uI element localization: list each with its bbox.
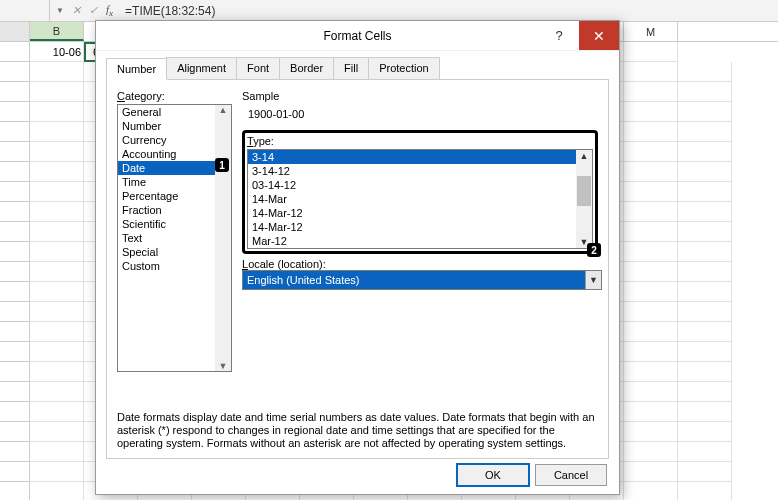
row-header[interactable] [0,122,30,142]
enter-formula-icon[interactable]: ✓ [89,4,98,17]
cell[interactable] [624,82,678,102]
cell[interactable] [30,382,84,402]
cell[interactable] [624,102,678,122]
scroll-thumb[interactable] [577,176,591,206]
cell[interactable] [624,62,678,82]
cell[interactable] [30,422,84,442]
ok-button[interactable]: OK [457,464,529,486]
dropdown-icon[interactable]: ▼ [56,6,64,15]
row-header[interactable] [0,102,30,122]
cancel-formula-icon[interactable]: ✕ [72,4,81,17]
locale-select[interactable]: English (United States) ▼ [242,270,602,290]
cell[interactable] [624,222,678,242]
type-listbox[interactable]: 3-143-14-1203-14-1214-Mar14-Mar-1214-Mar… [247,149,593,249]
cell[interactable] [624,282,678,302]
cell[interactable] [624,342,678,362]
cell[interactable] [30,262,84,282]
row-header[interactable] [0,322,30,342]
type-item[interactable]: 14-Mar-12 [248,206,592,220]
cell[interactable] [678,182,732,202]
cell[interactable] [30,162,84,182]
row-header[interactable] [0,202,30,222]
cell[interactable] [30,222,84,242]
scrollbar[interactable]: ▲ ▼ [576,150,592,248]
col-header-b[interactable]: B [30,22,84,41]
row-header[interactable] [0,462,30,482]
cell[interactable] [30,462,84,482]
cell[interactable]: 10-06 [30,42,84,62]
cell[interactable] [30,402,84,422]
type-item[interactable]: 3-14-12 [248,164,592,178]
cell[interactable] [678,62,732,82]
cell[interactable] [30,122,84,142]
cell[interactable] [624,262,678,282]
row-header[interactable] [0,262,30,282]
row-header[interactable] [0,382,30,402]
row-header[interactable] [0,422,30,442]
cell[interactable] [678,162,732,182]
row-header[interactable] [0,142,30,162]
cell[interactable] [624,182,678,202]
row-header[interactable] [0,342,30,362]
cell[interactable] [30,442,84,462]
cell[interactable] [678,422,732,442]
cell[interactable] [678,362,732,382]
cell[interactable] [624,422,678,442]
cell[interactable] [30,62,84,82]
cell[interactable] [678,222,732,242]
cell[interactable] [624,402,678,422]
row-header[interactable] [0,282,30,302]
cell[interactable] [678,202,732,222]
row-header[interactable] [0,302,30,322]
cell[interactable] [678,402,732,422]
cell[interactable] [30,342,84,362]
cell[interactable] [678,302,732,322]
cell[interactable] [678,442,732,462]
cell[interactable] [624,322,678,342]
tab-font[interactable]: Font [236,57,280,79]
scroll-down-icon[interactable]: ▼ [219,361,228,371]
row-header[interactable] [0,82,30,102]
cell[interactable] [30,242,84,262]
cell[interactable] [30,362,84,382]
cell[interactable] [624,302,678,322]
formula-input[interactable]: =TIME(18:32:54) [119,4,778,18]
tab-border[interactable]: Border [279,57,334,79]
cell[interactable] [624,42,678,62]
tab-number[interactable]: Number [106,58,167,80]
cell[interactable] [30,182,84,202]
cell[interactable] [678,282,732,302]
dropdown-icon[interactable]: ▼ [585,271,601,289]
cell[interactable] [624,382,678,402]
row-header[interactable] [0,222,30,242]
cell[interactable] [678,262,732,282]
cell[interactable] [678,142,732,162]
fx-icon[interactable]: fx [106,3,113,18]
scrollbar[interactable]: ▲▼ [215,105,231,371]
cell[interactable] [30,322,84,342]
cell[interactable] [678,482,732,500]
help-button[interactable]: ? [539,21,579,50]
cell[interactable] [624,242,678,262]
cell[interactable] [678,322,732,342]
row-header[interactable] [0,362,30,382]
cell[interactable] [678,122,732,142]
cell[interactable] [30,102,84,122]
cell[interactable] [678,82,732,102]
cell[interactable] [30,142,84,162]
row-header[interactable] [0,62,30,82]
cell[interactable] [30,282,84,302]
row-header[interactable] [0,242,30,262]
tab-alignment[interactable]: Alignment [166,57,237,79]
cell[interactable] [678,382,732,402]
cell[interactable] [30,82,84,102]
cell[interactable] [678,342,732,362]
cell[interactable] [624,442,678,462]
type-item[interactable]: 03-14-12 [248,178,592,192]
cell[interactable] [624,142,678,162]
cell[interactable] [624,162,678,182]
type-item[interactable]: 14-Mar [248,192,592,206]
category-listbox[interactable]: GeneralNumberCurrencyAccountingDateTimeP… [117,104,232,372]
row-header[interactable] [0,182,30,202]
name-box[interactable] [0,0,50,21]
